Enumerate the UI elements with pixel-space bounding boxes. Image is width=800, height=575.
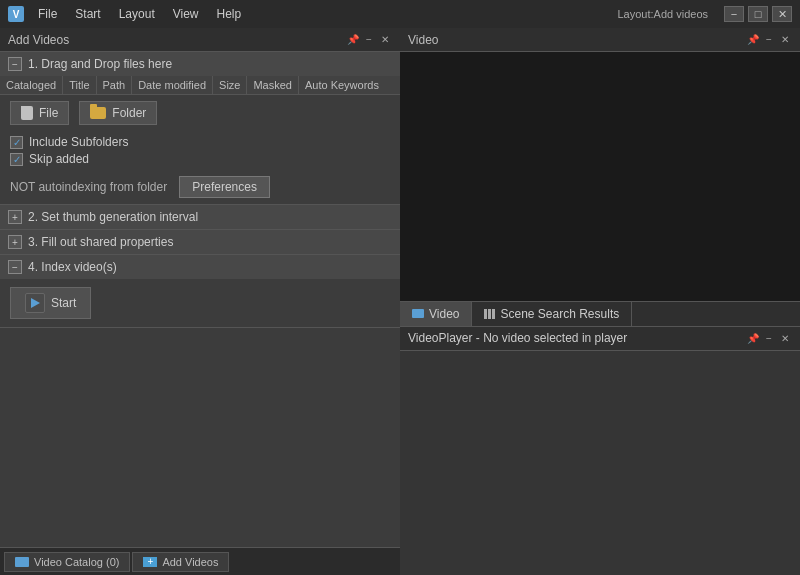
main-layout: Add Videos 📌 − ✕ − 1. Drag and Drop file…	[0, 28, 800, 575]
player-panel: VideoPlayer - No video selected in playe…	[400, 327, 800, 576]
start-icon	[25, 293, 45, 313]
include-subfolders-checkbox[interactable]: ✓	[10, 136, 23, 149]
app-icon: V	[8, 6, 24, 22]
section-thumb: + 2. Set thumb generation interval	[0, 205, 400, 230]
section-thumb-header[interactable]: + 2. Set thumb generation interval	[0, 205, 400, 229]
video-panel-minimize-btn[interactable]: −	[762, 33, 776, 47]
skip-added-checkbox[interactable]: ✓	[10, 153, 23, 166]
bottom-actions: Start	[0, 279, 400, 327]
player-pin-btn[interactable]: 📌	[746, 331, 760, 345]
player-header: VideoPlayer - No video selected in playe…	[400, 327, 800, 351]
video-panel-pin-btn[interactable]: 📌	[746, 33, 760, 47]
panel-minimize-btn[interactable]: −	[362, 33, 376, 47]
title-bar: V File Start Layout View Help Layout:Add…	[0, 0, 800, 28]
tab-video[interactable]: Video	[400, 302, 472, 326]
video-panel-close-btn[interactable]: ✕	[778, 33, 792, 47]
section-shared-header[interactable]: + 3. Fill out shared properties	[0, 230, 400, 254]
scene-icon	[484, 309, 495, 319]
tab-catalog-label: Video Catalog (0)	[34, 556, 119, 568]
skip-added-item: ✓ Skip added	[10, 152, 390, 166]
tab-video-catalog[interactable]: Video Catalog (0)	[4, 552, 130, 572]
window-close-btn[interactable]: ✕	[772, 6, 792, 22]
menu-bar: File Start Layout View Help	[30, 5, 249, 23]
col-auto-keywords: Auto Keywords	[299, 76, 400, 94]
video-panel-header: Video 📌 − ✕	[400, 28, 800, 52]
section-shared: + 3. Fill out shared properties	[0, 230, 400, 255]
player-minimize-btn[interactable]: −	[762, 331, 776, 345]
include-subfolders-item: ✓ Include Subfolders	[10, 135, 390, 149]
section-drag-drop-toggle[interactable]: −	[8, 57, 22, 71]
section-drag-drop-header[interactable]: − 1. Drag and Drop files here	[0, 52, 400, 76]
panel-close-btn[interactable]: ✕	[378, 33, 392, 47]
svg-marker-0	[31, 298, 40, 308]
checkboxes-row: ✓ Include Subfolders ✓ Skip added	[0, 131, 400, 170]
file-folder-row: File Folder	[0, 95, 400, 131]
player-controls: 📌 − ✕	[746, 331, 792, 345]
section-index: − 4. Index video(s) Start	[0, 255, 400, 328]
player-title: VideoPlayer - No video selected in playe…	[408, 331, 627, 345]
player-close-btn[interactable]: ✕	[778, 331, 792, 345]
panel-controls: 📌 − ✕	[346, 33, 392, 47]
video-tab-label: Video	[429, 307, 459, 321]
folder-options-row: NOT autoindexing from folder Preferences	[0, 170, 400, 204]
section-shared-label: 3. Fill out shared properties	[28, 235, 173, 249]
file-icon	[21, 106, 33, 120]
window-minimize-btn[interactable]: −	[724, 6, 744, 22]
menu-file[interactable]: File	[30, 5, 65, 23]
col-path: Path	[97, 76, 133, 94]
window-maximize-btn[interactable]: □	[748, 6, 768, 22]
skip-added-label: Skip added	[29, 152, 89, 166]
scene-tab-label: Scene Search Results	[500, 307, 619, 321]
video-panel-title: Video	[408, 33, 438, 47]
layout-text: Layout:Add videos	[617, 8, 708, 20]
preferences-button[interactable]: Preferences	[179, 176, 270, 198]
tab-scene-search[interactable]: Scene Search Results	[472, 302, 632, 326]
menu-view[interactable]: View	[165, 5, 207, 23]
col-cataloged: Cataloged	[0, 76, 63, 94]
video-tab-icon	[412, 309, 424, 318]
menu-help[interactable]: Help	[209, 5, 250, 23]
add-videos-icon: +	[143, 557, 157, 567]
panel-pin-btn[interactable]: 📌	[346, 33, 360, 47]
col-title: Title	[63, 76, 96, 94]
bottom-tab-bar: Video Catalog (0) + Add Videos	[0, 547, 400, 575]
col-size: Size	[213, 76, 247, 94]
not-indexing-text: NOT autoindexing from folder	[10, 180, 167, 194]
tab-add-videos[interactable]: + Add Videos	[132, 552, 229, 572]
section-index-header[interactable]: − 4. Index video(s)	[0, 255, 400, 279]
section-drag-drop: − 1. Drag and Drop files here Cataloged …	[0, 52, 400, 205]
col-date-modified: Date modified	[132, 76, 213, 94]
section-index-body: Start	[0, 279, 400, 327]
player-content-area	[400, 351, 800, 576]
folder-button[interactable]: Folder	[79, 101, 157, 125]
include-subfolders-label: Include Subfolders	[29, 135, 128, 149]
add-videos-panel-header: Add Videos 📌 − ✕	[0, 28, 400, 52]
left-panel-wrapper: Add Videos 📌 − ✕ − 1. Drag and Drop file…	[0, 28, 400, 575]
table-header: Cataloged Title Path Date modified Size …	[0, 76, 400, 95]
col-masked: Masked	[247, 76, 299, 94]
video-panel-controls: 📌 − ✕	[746, 33, 792, 47]
right-panel: Video 📌 − ✕ Video Scene Search Result	[400, 28, 800, 575]
section-thumb-toggle[interactable]: +	[8, 210, 22, 224]
file-button[interactable]: File	[10, 101, 69, 125]
section-index-toggle[interactable]: −	[8, 260, 22, 274]
section-drag-drop-body: Cataloged Title Path Date modified Size …	[0, 76, 400, 204]
section-shared-toggle[interactable]: +	[8, 235, 22, 249]
menu-layout[interactable]: Layout	[111, 5, 163, 23]
video-tab-bar: Video Scene Search Results	[400, 301, 800, 327]
title-bar-right: Layout:Add videos − □ ✕	[617, 6, 792, 22]
section-thumb-label: 2. Set thumb generation interval	[28, 210, 198, 224]
left-panel-content: − 1. Drag and Drop files here Cataloged …	[0, 52, 400, 547]
start-button[interactable]: Start	[10, 287, 91, 319]
section-drag-drop-label: 1. Drag and Drop files here	[28, 57, 172, 71]
folder-icon	[90, 107, 106, 119]
tab-add-label: Add Videos	[162, 556, 218, 568]
video-display-area	[400, 52, 800, 301]
add-videos-title: Add Videos	[8, 33, 69, 47]
catalog-icon	[15, 557, 29, 567]
section-index-label: 4. Index video(s)	[28, 260, 117, 274]
menu-start[interactable]: Start	[67, 5, 108, 23]
